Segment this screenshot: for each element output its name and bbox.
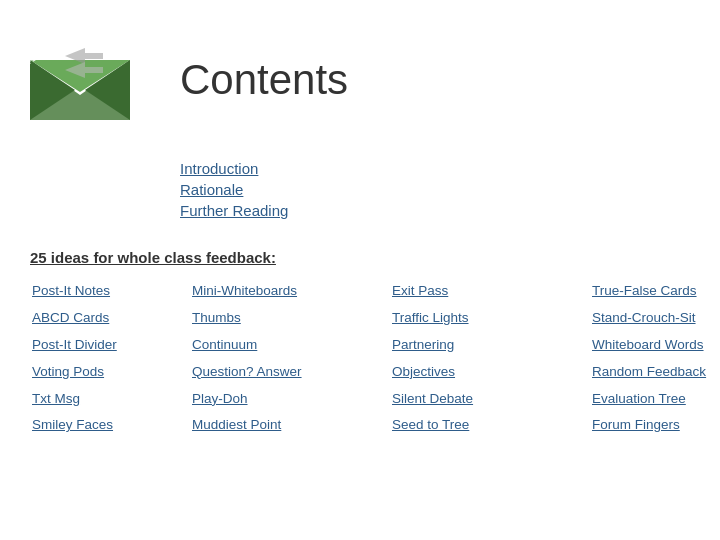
nav-introduction[interactable]: Introduction xyxy=(180,160,690,177)
list-item[interactable]: Evaluation Tree xyxy=(590,386,720,413)
list-item[interactable]: Smiley Faces xyxy=(30,412,190,439)
list-item[interactable]: Mini-Whiteboards xyxy=(190,278,390,305)
list-item[interactable]: Forum Fingers xyxy=(590,412,720,439)
list-item[interactable]: Stand-Crouch-Sit xyxy=(590,305,720,332)
page-title: Contents xyxy=(180,56,348,104)
list-item[interactable]: Seed to Tree xyxy=(390,412,590,439)
ideas-grid: Post-It NotesMini-WhiteboardsExit PassTr… xyxy=(30,278,690,439)
logo: FEED BACK FEE D BACK xyxy=(20,20,140,140)
list-item[interactable]: Random Feedback xyxy=(590,359,720,386)
list-item[interactable]: Voting Pods xyxy=(30,359,190,386)
section-title: 25 ideas for whole class feedback: xyxy=(30,249,690,266)
list-item[interactable]: ABCD Cards xyxy=(30,305,190,332)
list-item[interactable]: Traffic Lights xyxy=(390,305,590,332)
list-item[interactable]: Thumbs xyxy=(190,305,390,332)
nav-further-reading[interactable]: Further Reading xyxy=(180,202,690,219)
list-item[interactable]: Post-It Divider xyxy=(30,332,190,359)
list-item[interactable]: Play-Doh xyxy=(190,386,390,413)
page: FEED BACK FEE D BACK Contents Introducti… xyxy=(0,0,720,540)
list-item[interactable]: Continuum xyxy=(190,332,390,359)
list-item[interactable]: True-False Cards xyxy=(590,278,720,305)
header: FEED BACK FEE D BACK Contents xyxy=(20,20,690,140)
list-item[interactable]: Txt Msg xyxy=(30,386,190,413)
list-item[interactable]: Partnering xyxy=(390,332,590,359)
list-item[interactable]: Exit Pass xyxy=(390,278,590,305)
list-item[interactable]: Whiteboard Words xyxy=(590,332,720,359)
nav-rationale[interactable]: Rationale xyxy=(180,181,690,198)
nav-links: Introduction Rationale Further Reading xyxy=(180,160,690,219)
list-item[interactable]: Question? Answer xyxy=(190,359,390,386)
list-item[interactable]: Objectives xyxy=(390,359,590,386)
list-item[interactable]: Muddiest Point xyxy=(190,412,390,439)
list-item[interactable]: Silent Debate xyxy=(390,386,590,413)
list-item[interactable]: Post-It Notes xyxy=(30,278,190,305)
